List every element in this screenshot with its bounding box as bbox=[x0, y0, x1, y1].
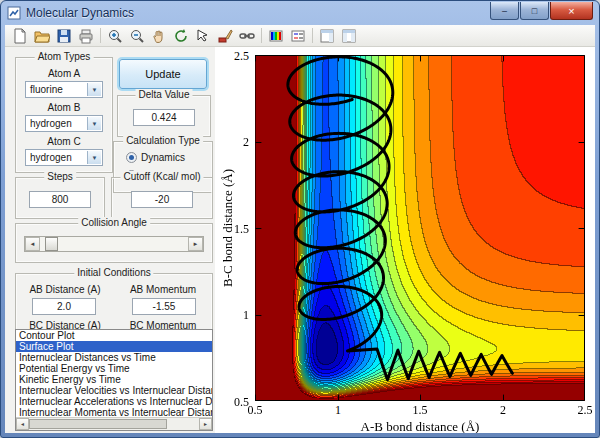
figure-toolbar bbox=[5, 25, 595, 47]
list-item[interactable]: Kinetic Energy vs Time bbox=[16, 374, 212, 385]
hide-plot-tools-button[interactable] bbox=[316, 26, 338, 45]
plot-area: 2.5 2 1.5 1 0.5 0.5 1 1.5 2 2.5 A-B bond… bbox=[215, 47, 595, 433]
horizontal-scrollbar[interactable]: ◄ ► bbox=[16, 417, 212, 430]
atom-c-dropdown[interactable]: hydrogen ▼ bbox=[25, 149, 103, 166]
zoom-out-icon bbox=[129, 28, 145, 44]
ab-momentum-field[interactable]: -1.55 bbox=[132, 298, 196, 315]
atom-b-dropdown[interactable]: hydrogen ▼ bbox=[25, 115, 103, 132]
group-title: Steps bbox=[44, 171, 76, 182]
maximize-button[interactable]: □ bbox=[520, 2, 549, 20]
close-button[interactable]: × bbox=[550, 2, 593, 20]
list-item[interactable]: Potential Energy vs Time bbox=[16, 363, 212, 374]
update-button[interactable]: Update bbox=[119, 59, 207, 89]
x-tick-label: 2 bbox=[487, 403, 519, 418]
pan-hand-icon bbox=[151, 28, 167, 44]
window-title: Molecular Dynamics bbox=[26, 6, 490, 20]
insert-legend-button[interactable] bbox=[287, 26, 309, 45]
pan-button[interactable] bbox=[148, 26, 170, 45]
slider-right-arrow-icon[interactable]: ► bbox=[188, 237, 203, 251]
collision-angle-slider[interactable]: ◄ ► bbox=[24, 236, 204, 252]
pes-canvas[interactable] bbox=[255, 55, 585, 401]
list-item[interactable]: Contour Plot bbox=[16, 330, 212, 341]
list-item[interactable]: Internuclear Distances vs Time bbox=[16, 352, 212, 363]
brush-data-button[interactable] bbox=[214, 26, 236, 45]
atom-c-label: Atom C bbox=[16, 136, 112, 147]
ab-distance-label: AB Distance (A) bbox=[20, 284, 110, 295]
client-area: Atom Types Atom A fluorine ▼ Atom B hydr… bbox=[5, 25, 595, 433]
app-icon bbox=[7, 6, 21, 20]
zoom-in-button[interactable] bbox=[104, 26, 126, 45]
atom-types-group: Atom Types Atom A fluorine ▼ Atom B hydr… bbox=[15, 57, 113, 173]
link-icon bbox=[239, 28, 255, 44]
titlebar[interactable]: Molecular Dynamics – □ × bbox=[1, 1, 599, 25]
atom-a-label: Atom A bbox=[16, 68, 112, 79]
rotate-3d-button[interactable] bbox=[170, 26, 192, 45]
group-title: Collision Angle bbox=[78, 217, 150, 228]
data-cursor-icon bbox=[195, 28, 211, 44]
slider-thumb[interactable] bbox=[45, 237, 58, 251]
insert-colorbar-button[interactable] bbox=[265, 26, 287, 45]
atom-b-label: Atom B bbox=[16, 102, 112, 113]
link-plot-button[interactable] bbox=[236, 26, 258, 45]
delta-value-group: Delta Value 0.424 bbox=[117, 95, 211, 137]
x-tick-label: 0.5 bbox=[239, 403, 271, 418]
legend-icon bbox=[290, 28, 306, 44]
open-folder-icon bbox=[34, 28, 50, 44]
save-figure-button[interactable] bbox=[53, 26, 75, 45]
new-figure-button[interactable] bbox=[9, 26, 31, 45]
atom-c-value: hydrogen bbox=[30, 152, 72, 163]
list-item[interactable]: Internuclear Velocities vs Internuclear … bbox=[16, 385, 212, 396]
y-tick-label: 2.5 bbox=[215, 49, 249, 64]
print-figure-button[interactable] bbox=[75, 26, 97, 45]
colorbar-icon bbox=[268, 28, 284, 44]
show-plot-tools-icon bbox=[341, 28, 357, 44]
radio-selected-icon[interactable] bbox=[126, 152, 137, 163]
list-item-selected[interactable]: Surface Plot bbox=[16, 341, 212, 352]
dynamics-radio-label: Dynamics bbox=[141, 152, 185, 163]
scroll-left-arrow-icon[interactable]: ◄ bbox=[16, 418, 29, 430]
minimize-button[interactable]: – bbox=[490, 2, 519, 20]
hide-plot-tools-icon bbox=[319, 28, 335, 44]
ab-distance-field[interactable]: 2.0 bbox=[32, 298, 96, 315]
steps-field[interactable]: 800 bbox=[29, 191, 91, 208]
x-tick-label: 2.5 bbox=[569, 403, 595, 418]
open-file-button[interactable] bbox=[31, 26, 53, 45]
toolbar-separator bbox=[261, 28, 262, 43]
data-cursor-button[interactable] bbox=[192, 26, 214, 45]
cutoff-field[interactable]: -20 bbox=[131, 191, 193, 208]
atom-a-dropdown[interactable]: fluorine ▼ bbox=[25, 81, 103, 98]
atom-b-value: hydrogen bbox=[30, 118, 72, 129]
chevron-down-icon[interactable]: ▼ bbox=[87, 151, 101, 164]
scrollbar-thumb[interactable] bbox=[29, 419, 167, 429]
chevron-down-icon[interactable]: ▼ bbox=[87, 83, 101, 96]
x-tick-label: 1 bbox=[322, 403, 354, 418]
save-icon bbox=[56, 28, 72, 44]
group-title: Atom Types bbox=[35, 51, 94, 62]
delta-value-field[interactable]: 0.424 bbox=[133, 109, 195, 126]
group-title: Delta Value bbox=[136, 89, 193, 100]
x-tick-label: 1.5 bbox=[404, 403, 436, 418]
zoom-in-icon bbox=[107, 28, 123, 44]
ab-momentum-label: AB Momentum bbox=[118, 284, 208, 295]
control-panel: Atom Types Atom A fluorine ▼ Atom B hydr… bbox=[9, 51, 215, 431]
y-tick-label: 1 bbox=[215, 308, 249, 323]
dynamics-radio-row[interactable]: Dynamics bbox=[126, 152, 185, 163]
y-tick-label: 2 bbox=[215, 135, 249, 150]
show-plot-tools-button[interactable] bbox=[338, 26, 360, 45]
x-axis-label: A-B bond distance (Å) bbox=[255, 419, 585, 433]
scroll-right-arrow-icon[interactable]: ► bbox=[199, 418, 212, 430]
plot-type-listbox[interactable]: Contour Plot Surface Plot Internuclear D… bbox=[15, 329, 213, 431]
zoom-out-button[interactable] bbox=[126, 26, 148, 45]
list-item[interactable]: Internuclear Accelerations vs Internucle… bbox=[16, 396, 212, 407]
group-title: Calculation Type bbox=[123, 135, 203, 146]
cutoff-group: Cutoff (Kcal/ mol) -20 bbox=[111, 177, 213, 219]
steps-group: Steps 800 bbox=[15, 177, 105, 219]
molecular-dynamics-window: Molecular Dynamics – □ × bbox=[0, 0, 600, 438]
group-title: Initial Conditions bbox=[74, 267, 153, 278]
chevron-down-icon[interactable]: ▼ bbox=[87, 117, 101, 130]
toolbar-separator bbox=[312, 28, 313, 43]
content-area: Atom Types Atom A fluorine ▼ Atom B hydr… bbox=[5, 47, 595, 433]
brush-icon bbox=[217, 28, 233, 44]
slider-left-arrow-icon[interactable]: ◄ bbox=[25, 237, 40, 251]
group-title: Cutoff (Kcal/ mol) bbox=[120, 171, 203, 182]
